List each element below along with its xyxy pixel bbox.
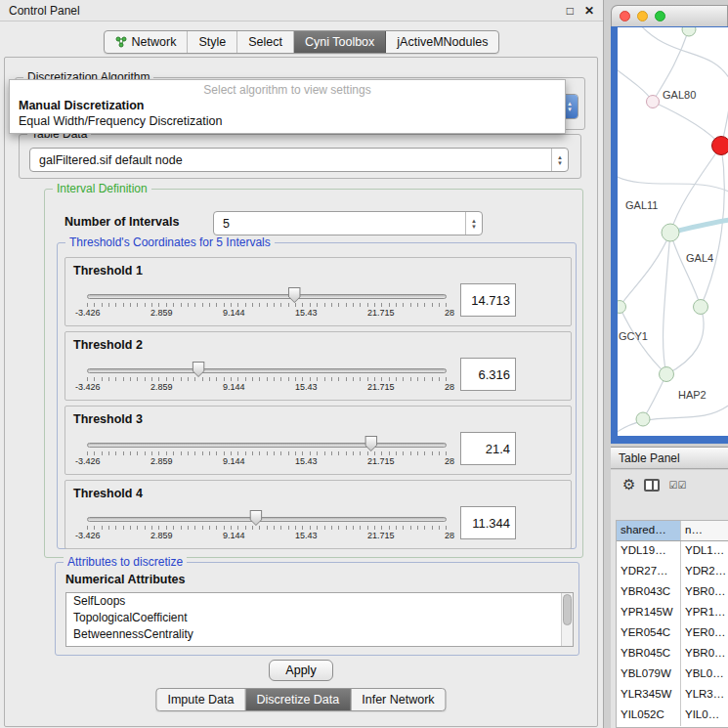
- scale-label: 28: [445, 531, 454, 540]
- table-cell[interactable]: YBR0…: [681, 644, 728, 664]
- slider-scale: -3.426 2.859 9.144 15.43 21.715 28: [75, 456, 454, 466]
- apply-button[interactable]: Apply: [269, 660, 333, 681]
- bottom-tab-bar: Impute Data Discretize Data Infer Networ…: [155, 688, 446, 711]
- table-cell[interactable]: YBL0…: [681, 664, 728, 685]
- list-item-betweennesscentrality[interactable]: BetweennessCentrality: [66, 626, 573, 643]
- table-row[interactable]: YER054C YER0…: [617, 623, 728, 644]
- network-node-gal11[interactable]: [662, 224, 679, 241]
- table-header-name[interactable]: n…: [681, 521, 728, 540]
- combo-down-arrow: ▼: [557, 160, 563, 166]
- mac-zoom-button[interactable]: [655, 11, 665, 21]
- list-item-selfloops[interactable]: SelfLoops: [66, 593, 573, 610]
- threshold-4-label: Threshold 4: [73, 487, 143, 500]
- table-cell[interactable]: YLR345W: [617, 685, 681, 706]
- mac-close-button[interactable]: [620, 11, 630, 21]
- table-row[interactable]: YBR045C YBR0…: [617, 644, 728, 664]
- threshold-1-slider: -3.426 2.859 9.144 15.43 21.715 28: [87, 287, 447, 324]
- numerical-attributes-label: Numerical Attributes: [65, 573, 185, 586]
- slider-thumb[interactable]: [364, 436, 377, 451]
- threshold-4-value-field[interactable]: 11.344: [460, 506, 516, 539]
- dropdown-option-manual-discretization[interactable]: Manual Discretization: [10, 98, 565, 113]
- table-row[interactable]: YDL19… YDL1…: [617, 541, 728, 562]
- tab-jactivemodules[interactable]: jActiveMNodules: [386, 31, 498, 53]
- threshold-3-slider: -3.426 2.859 9.144 15.43 21.715 28: [87, 436, 447, 473]
- list-scrollbar[interactable]: [561, 593, 573, 646]
- number-of-intervals-combobox[interactable]: 5 ▲ ▼: [213, 211, 483, 236]
- table-data-combobox[interactable]: galFiltered.sif default node ▲ ▼: [29, 148, 569, 172]
- cyni-toolbox-panel: Discretization Algorithm ▲ ▼ Select algo…: [4, 57, 598, 727]
- table-cell[interactable]: YDR27…: [617, 562, 681, 582]
- scale-label: 15.43: [295, 456, 318, 466]
- combo-stepper-icon[interactable]: ▲ ▼: [551, 149, 568, 171]
- combo-stepper-icon[interactable]: ▲ ▼: [465, 212, 482, 235]
- table-cell[interactable]: YPR1…: [681, 603, 728, 623]
- list-item-topologicalcoefficient[interactable]: TopologicalCoefficient: [66, 610, 573, 626]
- dropdown-option-equal-width-frequency[interactable]: Equal Width/Frequency Discretization: [10, 113, 565, 129]
- table-row[interactable]: YBL079W YBL0…: [617, 664, 728, 685]
- network-node-gal4[interactable]: [694, 300, 708, 315]
- tab-label: Cyni Toolbox: [305, 35, 374, 49]
- table-cell[interactable]: YER054C: [617, 623, 681, 644]
- mac-minimize-button[interactable]: [637, 11, 648, 21]
- scale-label: 2.859: [150, 308, 173, 318]
- node-attribute-table: shared… n… YDL19… YDL1… YDR27… YDR2… YBR…: [616, 520, 728, 728]
- threshold-2-slider: -3.426 2.859 9.144 15.43 21.715 28: [87, 362, 447, 399]
- float-window-icon[interactable]: □: [567, 4, 574, 18]
- columns-icon[interactable]: [644, 479, 660, 492]
- table-cell[interactable]: YPR145W: [617, 603, 681, 623]
- table-cell[interactable]: YER0…: [681, 623, 728, 644]
- tab-infer-network[interactable]: Infer Network: [351, 689, 445, 710]
- network-node-selected-red[interactable]: [712, 137, 728, 155]
- tab-style[interactable]: Style: [188, 31, 237, 53]
- table-cell[interactable]: YDL19…: [617, 541, 681, 562]
- network-node-gcy1[interactable]: [618, 301, 626, 314]
- table-row[interactable]: YIL052C YIL0…: [617, 706, 728, 726]
- scale-label: 2.859: [150, 531, 173, 540]
- table-row[interactable]: YLR345W YLR3…: [617, 685, 728, 706]
- tab-discretize-data[interactable]: Discretize Data: [246, 689, 352, 710]
- slider-track[interactable]: [87, 443, 447, 448]
- table-cell[interactable]: YDL1…: [681, 541, 728, 562]
- slider-track[interactable]: [87, 368, 447, 373]
- table-header-row: shared… n…: [617, 521, 728, 541]
- table-row[interactable]: YDR27… YDR2…: [617, 562, 728, 582]
- threshold-1-value-field[interactable]: 14.713: [460, 283, 516, 317]
- table-row[interactable]: YBR043C YBR0…: [617, 582, 728, 603]
- table-cell[interactable]: YBR045C: [617, 644, 681, 664]
- node-label-gcy1: GCY1: [619, 330, 648, 342]
- tab-cyni-toolbox[interactable]: Cyni Toolbox: [294, 31, 386, 53]
- network-node-hap2[interactable]: [660, 367, 674, 382]
- scale-label: 2.859: [150, 456, 173, 466]
- slider-thumb[interactable]: [249, 510, 262, 526]
- threshold-3-value-field[interactable]: 21.4: [460, 432, 516, 465]
- network-icon: [115, 36, 127, 48]
- table-cell[interactable]: YLR3…: [681, 685, 728, 706]
- network-node[interactable]: [636, 412, 650, 426]
- select-rows-icon[interactable]: ☑☑: [668, 480, 686, 491]
- network-canvas[interactable]: GAL80 GAL11 GAL4 GCY1 HAP2: [618, 27, 728, 436]
- table-cell[interactable]: YBR0…: [681, 582, 728, 603]
- tab-network[interactable]: Network: [105, 31, 189, 53]
- table-cell[interactable]: YBL079W: [617, 664, 681, 685]
- table-cell[interactable]: YBR043C: [617, 582, 681, 603]
- network-node[interactable]: [682, 27, 696, 36]
- table-row[interactable]: YPR145W YPR1…: [617, 603, 728, 623]
- tab-label: Discretize Data: [257, 693, 340, 707]
- scale-label: 15.43: [295, 382, 318, 392]
- close-icon[interactable]: ✕: [584, 4, 594, 18]
- slider-thumb[interactable]: [193, 362, 205, 377]
- slider-track[interactable]: [87, 294, 447, 299]
- table-cell[interactable]: YIL052C: [617, 706, 681, 726]
- gear-icon[interactable]: ⚙: [622, 476, 635, 493]
- network-node-gal80[interactable]: [647, 96, 660, 108]
- slider-thumb[interactable]: [288, 287, 301, 303]
- table-cell[interactable]: YDR2…: [681, 562, 728, 582]
- threshold-2-value-field[interactable]: 6.316: [460, 358, 516, 391]
- threshold-4-slider: -3.426 2.859 9.144 15.43 21.715 28: [87, 510, 447, 547]
- table-cell[interactable]: YIL0…: [681, 706, 728, 726]
- tab-impute-data[interactable]: Impute Data: [156, 689, 245, 710]
- slider-track[interactable]: [87, 517, 447, 522]
- tab-select[interactable]: Select: [237, 31, 294, 53]
- scrollbar-thumb[interactable]: [563, 594, 572, 625]
- table-header-shared-name[interactable]: shared…: [617, 521, 681, 540]
